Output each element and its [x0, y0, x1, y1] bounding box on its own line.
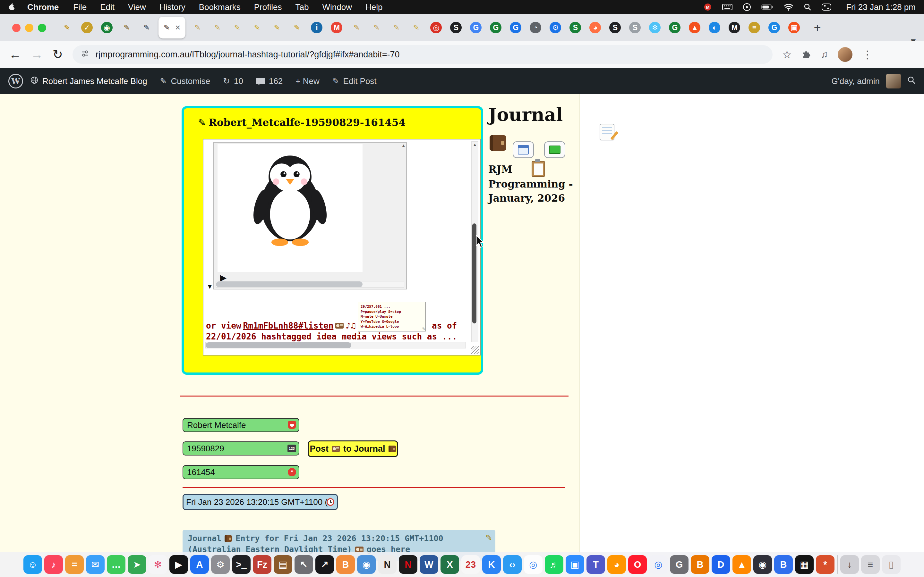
dock-stack[interactable]: ≡ — [861, 555, 880, 574]
dock-calendar[interactable]: 23 — [461, 555, 480, 574]
dock-chrome[interactable]: ◎ — [524, 555, 543, 574]
pinned-tab[interactable]: S — [605, 17, 625, 39]
pinned-tab[interactable]: ❄ — [645, 17, 665, 39]
pinned-tab[interactable]: ⚙ — [545, 17, 565, 39]
dock-vm[interactable]: ▦ — [795, 555, 814, 574]
new-tab-button[interactable]: + — [811, 21, 824, 35]
pinned-tab[interactable]: G — [764, 17, 784, 39]
scroll-up-icon[interactable]: ▲ — [401, 143, 405, 147]
pinned-tab[interactable]: ◎ — [426, 17, 446, 39]
menu-item[interactable]: Bookmarks — [192, 2, 247, 12]
pinned-tab[interactable]: ◉ — [97, 17, 117, 39]
dock-finder[interactable]: ☺ — [23, 555, 42, 574]
bookmark-star-icon[interactable]: ☆ — [782, 48, 792, 61]
dock-spotify[interactable]: ♬ — [545, 555, 564, 574]
dock-teams[interactable]: T — [586, 555, 605, 574]
dock-vscode[interactable]: ‹› — [503, 555, 522, 574]
dock-downloads[interactable]: ↓ — [840, 555, 859, 574]
pinned-tab[interactable]: i — [307, 17, 326, 39]
keyboard-icon[interactable] — [722, 3, 732, 11]
menu-item[interactable]: Profiles — [247, 2, 289, 12]
pinned-tab[interactable]: ✎ — [386, 17, 406, 39]
pinned-tab[interactable]: G — [665, 17, 685, 39]
clipboard-icon[interactable] — [531, 161, 545, 177]
reload-button[interactable]: ↻ — [53, 48, 63, 61]
video-canvas[interactable] — [218, 144, 363, 272]
pinned-tab[interactable]: ✎ — [57, 17, 77, 39]
dock-packages[interactable]: ▤ — [274, 555, 292, 574]
spotlight-icon[interactable] — [804, 3, 811, 11]
play-button[interactable]: ▶ — [220, 274, 226, 282]
pinned-tab[interactable]: G — [486, 17, 506, 39]
menu-item[interactable]: Window — [315, 2, 359, 12]
datetime-button[interactable]: Fri Jan 23 2026 13:20:15 GMT+1100 (A — [183, 494, 338, 510]
dock-netflix[interactable]: N — [399, 555, 417, 574]
adminbar-updates[interactable]: ↻ 10 — [217, 76, 249, 86]
pinned-tab[interactable]: ▣ — [784, 17, 804, 39]
dock-gimp[interactable]: G — [670, 555, 688, 574]
resize-handle[interactable] — [471, 346, 479, 354]
dock-divider[interactable] — [837, 555, 838, 574]
site-info-icon[interactable] — [81, 49, 89, 60]
menu-item[interactable]: File — [66, 2, 94, 12]
frame-hscrollbar[interactable] — [205, 342, 466, 348]
dock-appstore[interactable]: A — [190, 555, 209, 574]
antivirus-icon[interactable]: M — [704, 3, 712, 11]
pinned-tab[interactable]: ✎ — [347, 17, 367, 39]
pinned-tab[interactable]: ✎ — [117, 17, 137, 39]
menu-item[interactable]: Tab — [289, 2, 316, 12]
pinned-tab[interactable]: S — [625, 17, 645, 39]
pinned-tab[interactable]: ✓ — [77, 17, 97, 39]
window-zoom-button[interactable] — [38, 24, 46, 32]
listen-link[interactable]: Rm1mFbLnh88#listen — [243, 321, 334, 330]
dock-keynote[interactable]: K — [482, 555, 501, 574]
dock-calculator[interactable]: = — [65, 555, 84, 574]
dock-stocks[interactable]: ↗ — [315, 555, 334, 574]
dock-books[interactable]: B — [336, 555, 355, 574]
adminbar-comments[interactable]: 162 — [250, 76, 288, 86]
dock-messages[interactable]: … — [107, 555, 126, 574]
dock-obs[interactable]: ◉ — [753, 555, 772, 574]
dock-vlc[interactable]: ▲ — [732, 555, 751, 574]
wifi-icon[interactable] — [784, 3, 793, 11]
pinned-tab[interactable]: ✎ — [187, 17, 207, 39]
pinned-tab[interactable]: G — [466, 17, 486, 39]
pinned-tab[interactable]: ✎ — [287, 17, 307, 39]
dock-music[interactable]: ♪ — [44, 555, 63, 574]
apple-icon[interactable] — [8, 3, 16, 11]
adminbar-greeting[interactable]: G'day, admin — [832, 76, 880, 86]
profile-avatar[interactable] — [838, 47, 853, 62]
pinned-tab[interactable]: ✎ — [367, 17, 386, 39]
admin-avatar[interactable] — [886, 74, 901, 89]
dock-opera[interactable]: O — [628, 555, 647, 574]
dock-firefox[interactable]: ◕ — [607, 555, 626, 574]
browser-menu-icon[interactable]: ⋮ — [862, 48, 873, 61]
dock-filezilla[interactable]: Fz — [253, 555, 271, 574]
details-marker-icon[interactable]: ▼ — [207, 283, 213, 290]
pinned-tab[interactable]: ✎ — [406, 17, 426, 39]
control-center-icon[interactable] — [822, 3, 831, 11]
pinned-tab[interactable]: ≡ — [744, 17, 764, 39]
tab-close-icon[interactable]: × — [175, 23, 180, 32]
dock-notion[interactable]: N — [378, 555, 397, 574]
pinned-tab[interactable]: ◐ — [704, 17, 724, 39]
time-input[interactable] — [183, 465, 299, 479]
menu-item[interactable]: Chrome — [21, 2, 66, 12]
pinned-tab[interactable]: ◔ — [525, 17, 545, 39]
frame-hscroll-thumb[interactable] — [206, 342, 351, 348]
dock-zoom[interactable]: ▣ — [565, 555, 584, 574]
menu-item[interactable]: Edit — [94, 2, 121, 12]
menubar-clock[interactable]: Fri 23 Jan 1:28 pm — [846, 2, 916, 12]
pinned-tab[interactable]: M — [326, 17, 347, 39]
notepad-icon[interactable] — [599, 124, 614, 140]
pinned-tab[interactable]: ▲ — [685, 17, 704, 39]
sidebar-display-button[interactable] — [544, 141, 565, 158]
post-to-journal-button[interactable]: Post to Journal — [308, 440, 398, 457]
dock-safari[interactable]: ◎ — [649, 555, 668, 574]
wordpress-logo-icon[interactable]: W — [8, 74, 23, 89]
back-button[interactable]: ← — [9, 48, 21, 61]
window-minimize-button[interactable] — [25, 24, 33, 32]
window-close-button[interactable] — [12, 24, 21, 32]
search-icon[interactable] — [907, 76, 916, 87]
player-hscroll-thumb[interactable] — [216, 282, 363, 287]
